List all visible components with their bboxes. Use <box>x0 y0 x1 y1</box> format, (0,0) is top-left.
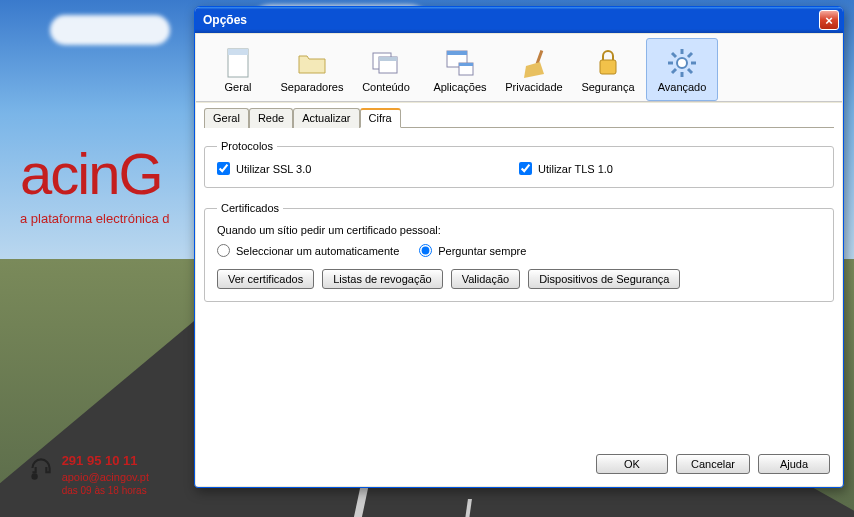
svg-line-17 <box>672 53 676 57</box>
close-icon: × <box>825 13 833 28</box>
toolbar-label: Aplicações <box>433 81 486 93</box>
contact-hours: das 09 às 18 horas <box>62 484 149 497</box>
svg-rect-5 <box>379 57 397 61</box>
apps-icon <box>444 47 476 79</box>
close-button[interactable]: × <box>819 10 839 30</box>
radio-auto[interactable]: Seleccionar um automaticamente <box>217 244 399 257</box>
svg-point-0 <box>31 473 37 479</box>
brand-subtitle: a plataforma electrónica d <box>20 211 170 226</box>
subtab-rede[interactable]: Rede <box>249 108 293 128</box>
ssl-label: Utilizar SSL 3.0 <box>236 163 311 175</box>
svg-rect-10 <box>536 50 544 64</box>
options-dialog: Opções × Geral Separadores Conteúdo <box>194 6 844 488</box>
contact-phone: 291 95 10 11 <box>62 453 149 470</box>
toolbar-label: Avançado <box>658 81 707 93</box>
toolbar-label: Geral <box>225 81 252 93</box>
svg-point-12 <box>677 58 687 68</box>
svg-line-20 <box>672 69 676 73</box>
tls-checkbox-input[interactable] <box>519 162 532 175</box>
protocolos-group: Protocolos Utilizar SSL 3.0 Utilizar TLS… <box>204 140 834 188</box>
lock-icon <box>592 47 624 79</box>
dialog-title: Opções <box>203 13 247 27</box>
dispositivos-seguranca-button[interactable]: Dispositivos de Segurança <box>528 269 680 289</box>
svg-rect-2 <box>228 49 248 55</box>
toolbar-avancado[interactable]: Avançado <box>646 38 718 101</box>
svg-rect-9 <box>459 63 473 66</box>
radio-auto-input[interactable] <box>217 244 230 257</box>
category-toolbar: Geral Separadores Conteúdo Aplicações Pr… <box>196 34 842 102</box>
validacao-button[interactable]: Validação <box>451 269 521 289</box>
subtab-cifra[interactable]: Cifra <box>360 108 401 128</box>
protocolos-legend: Protocolos <box>217 140 277 152</box>
toolbar-separadores[interactable]: Separadores <box>276 38 348 101</box>
contact-block: 291 95 10 11 apoio@acingov.pt das 09 às … <box>28 453 149 497</box>
cloud <box>50 15 170 45</box>
subtab-bar: Geral Rede Actualizar Cifra <box>204 107 834 128</box>
radio-auto-label: Seleccionar um automaticamente <box>236 245 399 257</box>
cancel-button[interactable]: Cancelar <box>676 454 750 474</box>
svg-rect-11 <box>600 60 616 74</box>
contact-email: apoio@acingov.pt <box>62 470 149 484</box>
tls-checkbox[interactable]: Utilizar TLS 1.0 <box>519 162 821 175</box>
subtab-actualizar[interactable]: Actualizar <box>293 108 359 128</box>
toolbar-conteudo[interactable]: Conteúdo <box>350 38 422 101</box>
ver-certificados-button[interactable]: Ver certificados <box>217 269 314 289</box>
toolbar-privacidade[interactable]: Privacidade <box>498 38 570 101</box>
dialog-titlebar[interactable]: Opções × <box>195 7 843 33</box>
tls-label: Utilizar TLS 1.0 <box>538 163 613 175</box>
brand-title: acinG <box>20 140 170 207</box>
toolbar-seguranca[interactable]: Segurança <box>572 38 644 101</box>
toolbar-label: Conteúdo <box>362 81 410 93</box>
windows-icon <box>370 47 402 79</box>
brand-block: acinG a plataforma electrónica d <box>20 140 170 226</box>
certificados-legend: Certificados <box>217 202 283 214</box>
ok-button[interactable]: OK <box>596 454 668 474</box>
gear-icon <box>666 47 698 79</box>
radio-ask-input[interactable] <box>419 244 432 257</box>
svg-rect-7 <box>447 51 467 55</box>
listas-revogacao-button[interactable]: Listas de revogação <box>322 269 442 289</box>
toolbar-label: Segurança <box>581 81 634 93</box>
folder-icon <box>296 47 328 79</box>
toolbar-geral[interactable]: Geral <box>202 38 274 101</box>
ssl-checkbox[interactable]: Utilizar SSL 3.0 <box>217 162 519 175</box>
radio-ask[interactable]: Perguntar sempre <box>419 244 526 257</box>
page-icon <box>222 47 254 79</box>
ssl-checkbox-input[interactable] <box>217 162 230 175</box>
subtab-geral[interactable]: Geral <box>204 108 249 128</box>
dialog-footer: OK Cancelar Ajuda <box>204 446 834 478</box>
certificados-group: Certificados Quando um sítio pedir um ce… <box>204 202 834 302</box>
headset-icon <box>28 453 54 483</box>
toolbar-label: Privacidade <box>505 81 562 93</box>
toolbar-label: Separadores <box>281 81 344 93</box>
dialog-body: Geral Rede Actualizar Cifra Protocolos U… <box>196 103 842 486</box>
help-button[interactable]: Ajuda <box>758 454 830 474</box>
radio-ask-label: Perguntar sempre <box>438 245 526 257</box>
certificados-prompt: Quando um sítio pedir um certificado pes… <box>217 224 821 236</box>
svg-line-19 <box>688 53 692 57</box>
broom-icon <box>518 47 550 79</box>
svg-line-18 <box>688 69 692 73</box>
toolbar-aplicacoes[interactable]: Aplicações <box>424 38 496 101</box>
